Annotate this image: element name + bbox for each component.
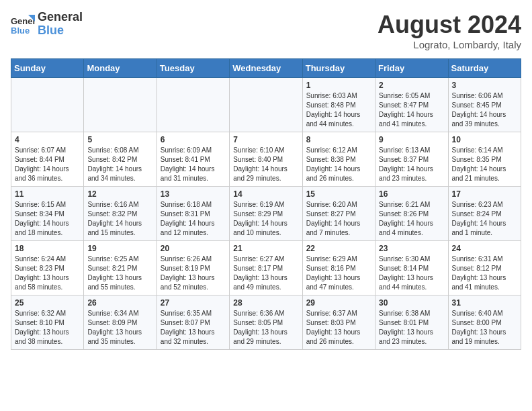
day-info: Sunrise: 6:38 AM Sunset: 8:01 PM Dayligh… <box>379 309 444 347</box>
day-info: Sunrise: 6:23 AM Sunset: 8:24 PM Dayligh… <box>452 200 517 238</box>
day-number: 21 <box>233 244 298 253</box>
calendar-cell: 28Sunrise: 6:36 AM Sunset: 8:05 PM Dayli… <box>230 295 302 350</box>
day-info: Sunrise: 6:09 AM Sunset: 8:41 PM Dayligh… <box>161 146 226 183</box>
day-info: Sunrise: 6:21 AM Sunset: 8:26 PM Dayligh… <box>379 200 444 238</box>
calendar-cell: 15Sunrise: 6:20 AM Sunset: 8:27 PM Dayli… <box>302 187 375 241</box>
calendar-cell: 11Sunrise: 6:15 AM Sunset: 8:34 PM Dayli… <box>11 187 84 241</box>
day-header-friday: Friday <box>375 59 448 78</box>
day-info: Sunrise: 6:36 AM Sunset: 8:05 PM Dayligh… <box>233 309 298 347</box>
calendar-cell: 22Sunrise: 6:29 AM Sunset: 8:16 PM Dayli… <box>302 241 375 295</box>
calendar-cell: 29Sunrise: 6:37 AM Sunset: 8:03 PM Dayli… <box>302 295 375 350</box>
page-header: General Blue General Blue August 2024 Lo… <box>11 11 521 50</box>
location-subtitle: Lograto, Lombardy, Italy <box>378 39 521 50</box>
calendar-cell: 9Sunrise: 6:13 AM Sunset: 8:37 PM Daylig… <box>375 132 448 187</box>
day-number: 31 <box>452 298 517 308</box>
day-info: Sunrise: 6:25 AM Sunset: 8:21 PM Dayligh… <box>87 255 152 292</box>
day-number: 12 <box>87 189 152 199</box>
day-number: 4 <box>15 135 80 144</box>
day-number: 23 <box>379 244 444 253</box>
day-number: 13 <box>161 189 226 199</box>
title-block: August 2024 Lograto, Lombardy, Italy <box>378 11 521 50</box>
day-info: Sunrise: 6:35 AM Sunset: 8:07 PM Dayligh… <box>161 309 226 347</box>
logo: General Blue General Blue <box>11 11 83 38</box>
calendar-week-4: 18Sunrise: 6:24 AM Sunset: 8:23 PM Dayli… <box>11 241 521 295</box>
day-info: Sunrise: 6:12 AM Sunset: 8:38 PM Dayligh… <box>306 146 371 183</box>
day-number: 25 <box>15 298 80 308</box>
calendar-cell: 6Sunrise: 6:09 AM Sunset: 8:41 PM Daylig… <box>157 132 229 187</box>
calendar-cell: 3Sunrise: 6:06 AM Sunset: 8:45 PM Daylig… <box>448 78 521 132</box>
day-info: Sunrise: 6:29 AM Sunset: 8:16 PM Dayligh… <box>306 255 371 292</box>
day-info: Sunrise: 6:18 AM Sunset: 8:31 PM Dayligh… <box>161 200 226 238</box>
calendar-cell: 17Sunrise: 6:23 AM Sunset: 8:24 PM Dayli… <box>448 187 521 241</box>
day-header-tuesday: Tuesday <box>157 59 229 78</box>
logo-icon: General Blue <box>11 12 35 36</box>
calendar-cell: 1Sunrise: 6:03 AM Sunset: 8:48 PM Daylig… <box>302 78 375 132</box>
day-number: 10 <box>452 135 517 144</box>
day-info: Sunrise: 6:24 AM Sunset: 8:23 PM Dayligh… <box>15 255 80 292</box>
day-number: 8 <box>306 135 371 144</box>
month-title: August 2024 <box>378 11 521 39</box>
day-header-wednesday: Wednesday <box>230 59 302 78</box>
day-header-sunday: Sunday <box>11 59 84 78</box>
calendar-cell: 13Sunrise: 6:18 AM Sunset: 8:31 PM Dayli… <box>157 187 229 241</box>
calendar-cell: 12Sunrise: 6:16 AM Sunset: 8:32 PM Dayli… <box>84 187 157 241</box>
day-number: 20 <box>161 244 226 253</box>
day-info: Sunrise: 6:27 AM Sunset: 8:17 PM Dayligh… <box>233 255 298 292</box>
day-number: 28 <box>233 298 298 308</box>
day-number: 2 <box>379 81 444 90</box>
day-info: Sunrise: 6:06 AM Sunset: 8:45 PM Dayligh… <box>452 91 517 129</box>
day-number: 6 <box>161 135 226 144</box>
calendar-cell: 25Sunrise: 6:32 AM Sunset: 8:10 PM Dayli… <box>11 295 84 350</box>
day-number: 27 <box>161 298 226 308</box>
day-number: 9 <box>379 135 444 144</box>
day-number: 30 <box>379 298 444 308</box>
day-info: Sunrise: 6:15 AM Sunset: 8:34 PM Dayligh… <box>15 200 80 238</box>
day-info: Sunrise: 6:13 AM Sunset: 8:37 PM Dayligh… <box>379 146 444 183</box>
day-headers-row: SundayMondayTuesdayWednesdayThursdayFrid… <box>11 59 521 78</box>
calendar-cell: 30Sunrise: 6:38 AM Sunset: 8:01 PM Dayli… <box>375 295 448 350</box>
calendar-cell: 10Sunrise: 6:14 AM Sunset: 8:35 PM Dayli… <box>448 132 521 187</box>
day-number: 24 <box>452 244 517 253</box>
day-number: 3 <box>452 81 517 90</box>
day-info: Sunrise: 6:03 AM Sunset: 8:48 PM Dayligh… <box>306 91 371 129</box>
day-info: Sunrise: 6:37 AM Sunset: 8:03 PM Dayligh… <box>306 309 371 347</box>
calendar-cell: 26Sunrise: 6:34 AM Sunset: 8:09 PM Dayli… <box>84 295 157 350</box>
calendar-cell: 24Sunrise: 6:31 AM Sunset: 8:12 PM Dayli… <box>448 241 521 295</box>
day-number: 26 <box>87 298 152 308</box>
day-info: Sunrise: 6:08 AM Sunset: 8:42 PM Dayligh… <box>87 146 152 183</box>
day-number: 29 <box>306 298 371 308</box>
calendar-cell: 2Sunrise: 6:05 AM Sunset: 8:47 PM Daylig… <box>375 78 448 132</box>
day-number: 19 <box>87 244 152 253</box>
day-info: Sunrise: 6:10 AM Sunset: 8:40 PM Dayligh… <box>233 146 298 183</box>
day-number: 7 <box>233 135 298 144</box>
calendar-cell <box>230 78 302 132</box>
day-info: Sunrise: 6:32 AM Sunset: 8:10 PM Dayligh… <box>15 309 80 347</box>
calendar-table: SundayMondayTuesdayWednesdayThursdayFrid… <box>11 58 521 350</box>
day-info: Sunrise: 6:19 AM Sunset: 8:29 PM Dayligh… <box>233 200 298 238</box>
calendar-cell <box>157 78 229 132</box>
calendar-cell: 7Sunrise: 6:10 AM Sunset: 8:40 PM Daylig… <box>230 132 302 187</box>
day-info: Sunrise: 6:30 AM Sunset: 8:14 PM Dayligh… <box>379 255 444 292</box>
calendar-cell <box>11 78 84 132</box>
day-header-thursday: Thursday <box>302 59 375 78</box>
day-number: 22 <box>306 244 371 253</box>
day-number: 1 <box>306 81 371 90</box>
calendar-cell: 18Sunrise: 6:24 AM Sunset: 8:23 PM Dayli… <box>11 241 84 295</box>
day-header-monday: Monday <box>84 59 157 78</box>
day-info: Sunrise: 6:16 AM Sunset: 8:32 PM Dayligh… <box>87 200 152 238</box>
day-info: Sunrise: 6:05 AM Sunset: 8:47 PM Dayligh… <box>379 91 444 129</box>
day-number: 5 <box>87 135 152 144</box>
calendar-cell: 19Sunrise: 6:25 AM Sunset: 8:21 PM Dayli… <box>84 241 157 295</box>
calendar-cell: 5Sunrise: 6:08 AM Sunset: 8:42 PM Daylig… <box>84 132 157 187</box>
day-number: 17 <box>452 189 517 199</box>
day-info: Sunrise: 6:26 AM Sunset: 8:19 PM Dayligh… <box>161 255 226 292</box>
calendar-week-5: 25Sunrise: 6:32 AM Sunset: 8:10 PM Dayli… <box>11 295 521 350</box>
calendar-cell: 21Sunrise: 6:27 AM Sunset: 8:17 PM Dayli… <box>230 241 302 295</box>
day-info: Sunrise: 6:14 AM Sunset: 8:35 PM Dayligh… <box>452 146 517 183</box>
day-info: Sunrise: 6:20 AM Sunset: 8:27 PM Dayligh… <box>306 200 371 238</box>
calendar-week-1: 1Sunrise: 6:03 AM Sunset: 8:48 PM Daylig… <box>11 78 521 132</box>
day-number: 15 <box>306 189 371 199</box>
day-info: Sunrise: 6:31 AM Sunset: 8:12 PM Dayligh… <box>452 255 517 292</box>
calendar-cell: 23Sunrise: 6:30 AM Sunset: 8:14 PM Dayli… <box>375 241 448 295</box>
day-header-saturday: Saturday <box>448 59 521 78</box>
